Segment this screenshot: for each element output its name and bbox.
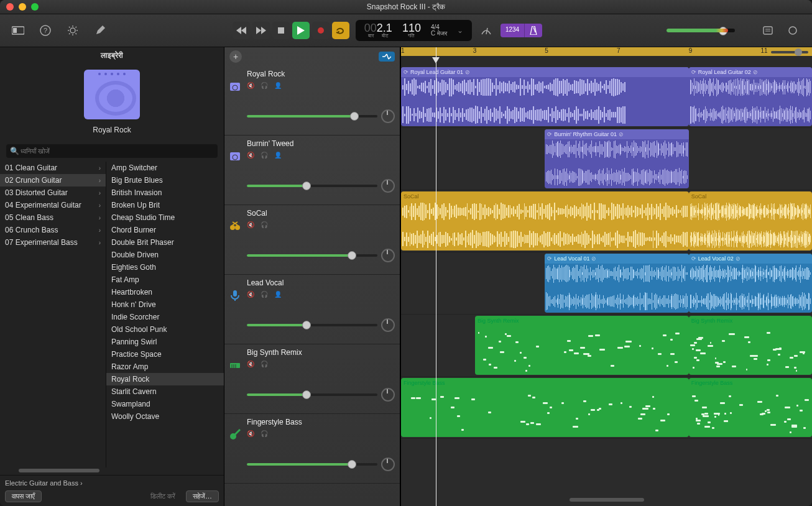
- region[interactable]: ⟳Lead Vocal 02⊘: [689, 254, 812, 313]
- solo-button[interactable]: 🎧: [261, 430, 269, 438]
- rewind-button[interactable]: [233, 22, 250, 39]
- library-patch[interactable]: Indie Scorcher: [106, 311, 224, 323]
- countin-button[interactable]: 1234: [501, 24, 524, 37]
- track-name[interactable]: SoCal: [247, 209, 395, 218]
- track-header[interactable]: Fingerstyle Bass🔇🎧: [224, 414, 400, 484]
- pan-knob[interactable]: [381, 458, 395, 471]
- library-patch[interactable]: Fat Amp: [106, 274, 224, 286]
- region[interactable]: ⟳Royal Lead Guitar 01⊘: [401, 67, 689, 126]
- mute-button[interactable]: 🔇: [247, 82, 256, 90]
- library-patch[interactable]: Woolly Octave: [106, 410, 224, 423]
- metronome-button[interactable]: [524, 24, 542, 37]
- volume-slider[interactable]: [247, 115, 377, 117]
- library-patch[interactable]: Big Brute Blues: [106, 174, 224, 186]
- edit-icon[interactable]: [92, 22, 108, 39]
- library-patch[interactable]: Double Brit Phaser: [106, 236, 224, 249]
- cycle-button[interactable]: [332, 22, 349, 39]
- library-toggle-icon[interactable]: [10, 22, 26, 39]
- back-button[interactable]: वापस जाएँ: [5, 490, 42, 502]
- volume-slider[interactable]: [247, 393, 377, 396]
- library-patch[interactable]: Cheap Studio Time: [106, 211, 224, 224]
- lcd-key[interactable]: C मेजर: [431, 30, 447, 37]
- region[interactable]: Fingerstyle Bass: [401, 378, 689, 437]
- track-name[interactable]: Lead Vocal: [247, 278, 395, 287]
- track-view-button[interactable]: [379, 52, 395, 62]
- mute-button[interactable]: 🔇: [247, 221, 256, 229]
- play-button[interactable]: [292, 22, 310, 39]
- library-patch[interactable]: Double Driven: [106, 249, 224, 261]
- master-volume-slider[interactable]: [667, 29, 735, 32]
- region[interactable]: Big Synth Remix: [689, 316, 812, 375]
- volume-slider[interactable]: [247, 463, 377, 466]
- zoom-slider[interactable]: [771, 51, 808, 53]
- region[interactable]: ⟳Lead Vocal 01⊘: [545, 254, 688, 313]
- library-category[interactable]: 05 Clean Bass›: [0, 211, 106, 224]
- track-name[interactable]: Burnin' Tweed: [247, 139, 395, 148]
- library-patch[interactable]: Swampland: [106, 398, 224, 410]
- track-header[interactable]: Lead Vocal🔇🎧👤: [224, 275, 400, 344]
- region[interactable]: Big Synth Remix: [475, 316, 689, 375]
- region[interactable]: SoCal: [401, 191, 689, 251]
- playhead[interactable]: [436, 47, 436, 506]
- library-patch[interactable]: Starlit Cavern: [106, 385, 224, 398]
- display-settings-icon[interactable]: [65, 22, 81, 39]
- library-category[interactable]: 02 Crunch Guitar›: [0, 174, 106, 186]
- loops-icon[interactable]: [785, 22, 801, 39]
- volume-slider[interactable]: [247, 254, 377, 257]
- library-col-categories[interactable]: 01 Clean Guitar›02 Crunch Guitar›03 Dist…: [0, 162, 106, 467]
- library-patch[interactable]: Old School Punk: [106, 323, 224, 336]
- notepad-icon[interactable]: [760, 22, 776, 39]
- tuner-icon[interactable]: [478, 22, 494, 39]
- volume-slider[interactable]: [247, 185, 377, 187]
- library-category[interactable]: 04 Experimental Guitar›: [0, 199, 106, 211]
- pan-knob[interactable]: [381, 109, 395, 123]
- library-col-patches[interactable]: Amp SwitcherBig Brute BluesBritish Invas…: [106, 162, 224, 467]
- library-patch[interactable]: Eighties Goth: [106, 261, 224, 274]
- forward-button[interactable]: [252, 22, 270, 39]
- library-patch[interactable]: Honk n' Drive: [106, 298, 224, 311]
- delete-button[interactable]: डिलीट करें: [144, 490, 182, 502]
- library-patch[interactable]: Broken Up Brit: [106, 199, 224, 211]
- solo-button[interactable]: 🎧: [261, 82, 269, 90]
- ruler[interactable]: 1357911: [401, 47, 812, 66]
- region[interactable]: ⟳Royal Lead Guitar 02⊘: [689, 67, 812, 126]
- record-button[interactable]: [312, 22, 330, 39]
- solo-button[interactable]: 🎧: [261, 291, 269, 298]
- library-category[interactable]: 03 Distorted Guitar›: [0, 186, 106, 199]
- region[interactable]: ⟳Burnin' Rhythm Guitar 01⊘: [545, 129, 688, 188]
- pan-knob[interactable]: [381, 318, 395, 332]
- track-name[interactable]: Big Synth Remix: [247, 348, 395, 357]
- mute-button[interactable]: 🔇: [247, 430, 256, 438]
- region[interactable]: Fingerstyle Bass: [689, 378, 812, 437]
- library-search[interactable]: 🔍: [6, 144, 218, 158]
- arrange-hscroll[interactable]: [401, 498, 812, 504]
- input-button[interactable]: 👤: [274, 291, 283, 298]
- library-patch[interactable]: Practice Space: [106, 348, 224, 361]
- volume-slider[interactable]: [247, 324, 377, 326]
- solo-button[interactable]: 🎧: [261, 152, 269, 159]
- library-patch[interactable]: Razor Amp: [106, 361, 224, 373]
- library-patch[interactable]: Chord Burner: [106, 224, 224, 236]
- search-input[interactable]: [19, 147, 214, 155]
- track-header[interactable]: Royal Rock🔇🎧👤: [224, 66, 400, 136]
- library-patch[interactable]: Royal Rock: [106, 373, 224, 385]
- help-icon[interactable]: ?: [37, 22, 53, 39]
- library-category[interactable]: 07 Experimental Bass›: [0, 236, 106, 249]
- track-header[interactable]: SoCal🔇🎧: [224, 205, 400, 275]
- mute-button[interactable]: 🔇: [247, 361, 256, 368]
- input-button[interactable]: 👤: [274, 82, 283, 90]
- mute-button[interactable]: 🔇: [247, 152, 256, 159]
- library-patch[interactable]: Heartbroken: [106, 286, 224, 298]
- stop-button[interactable]: [272, 22, 290, 39]
- lcd-chevron-icon[interactable]: ⌄: [457, 26, 463, 35]
- save-button[interactable]: सहेजें…: [186, 490, 219, 502]
- solo-button[interactable]: 🎧: [261, 221, 269, 229]
- track-header[interactable]: Big Synth Remix🔇🎧: [224, 344, 400, 414]
- track-name[interactable]: Royal Rock: [247, 70, 395, 78]
- library-patch[interactable]: Amp Switcher: [106, 162, 224, 174]
- input-button[interactable]: 👤: [274, 152, 283, 159]
- add-track-button[interactable]: +: [229, 50, 242, 63]
- library-category[interactable]: 01 Clean Guitar›: [0, 162, 106, 174]
- track-name[interactable]: Fingerstyle Bass: [247, 418, 395, 426]
- library-patch[interactable]: British Invasion: [106, 186, 224, 199]
